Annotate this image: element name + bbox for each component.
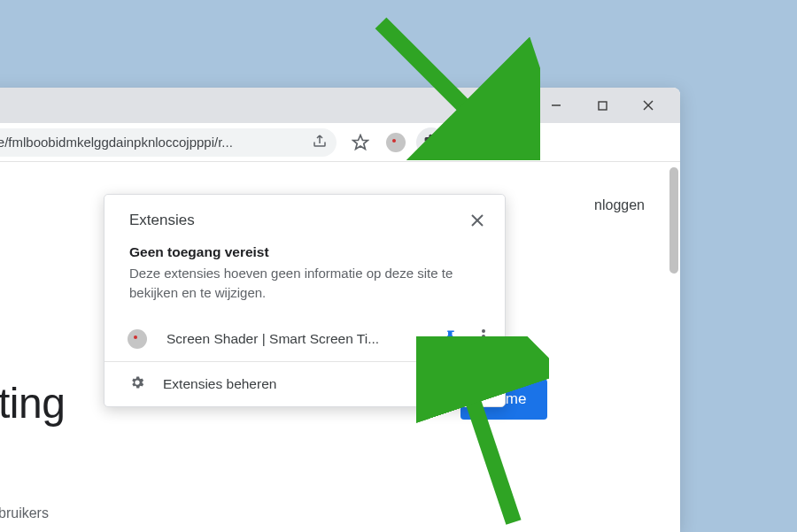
popup-description: Deze extensies hoeven geen informatie op… bbox=[129, 264, 480, 303]
svg-rect-1 bbox=[599, 102, 607, 110]
svg-line-17 bbox=[459, 359, 514, 522]
extension-row-icon bbox=[128, 329, 147, 349]
popup-title: Extensies bbox=[129, 212, 195, 229]
close-window-button[interactable] bbox=[629, 91, 668, 120]
popup-subtitle: Geen toegang vereist bbox=[129, 244, 480, 260]
browser-toolbar: cree/fmlboobidmkelggdainpknloccojpppi/r.… bbox=[0, 123, 680, 162]
popup-section: Geen toegang vereist Deze extensies hoev… bbox=[104, 241, 505, 319]
svg-point-13 bbox=[482, 329, 485, 333]
window-titlebar bbox=[0, 88, 680, 123]
scrollbar-thumb[interactable] bbox=[669, 167, 678, 274]
svg-line-16 bbox=[381, 23, 496, 138]
extension-row-label: Screen Shader | Smart Screen Ti... bbox=[161, 331, 429, 347]
address-bar[interactable]: cree/fmlboobidmkelggdainpknloccojpppi/r.… bbox=[0, 128, 337, 157]
users-text-fragment: bruikers bbox=[0, 505, 49, 521]
url-text: cree/fmlboobidmkelggdainpknloccojpppi/r.… bbox=[0, 135, 305, 150]
annotation-arrow-pin bbox=[416, 336, 549, 532]
minimize-button[interactable] bbox=[537, 91, 576, 120]
popup-header: Extensies bbox=[104, 195, 505, 241]
maximize-button[interactable] bbox=[583, 91, 622, 120]
browser-window: cree/fmlboobidmkelggdainpknloccojpppi/r.… bbox=[0, 88, 680, 532]
page-heading-fragment: ting bbox=[0, 379, 65, 428]
popup-close-button[interactable] bbox=[464, 207, 491, 234]
share-icon[interactable] bbox=[312, 133, 328, 151]
manage-extensions-label: Extensies beheren bbox=[163, 376, 276, 392]
annotation-arrow-extensions bbox=[354, 5, 540, 160]
login-link[interactable]: nloggen bbox=[594, 197, 645, 213]
gear-icon bbox=[129, 374, 145, 394]
